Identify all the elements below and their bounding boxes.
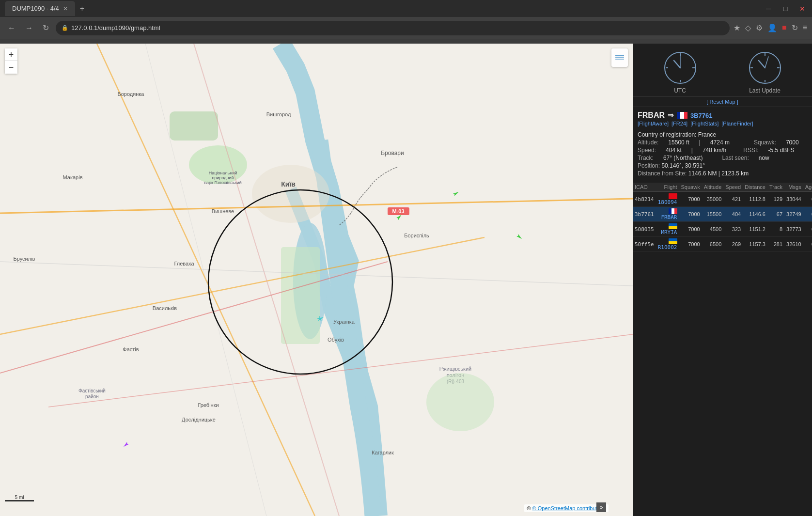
col-track: Track	[767, 183, 784, 192]
cell-flag-flight: FRBAR	[656, 207, 679, 222]
reload-button[interactable]: ↻	[40, 21, 52, 34]
lastupdate-clock-face	[748, 51, 782, 85]
maximize-button[interactable]: □	[781, 5, 790, 13]
lastupdate-clock: Last Update	[748, 51, 782, 94]
aircraft-external-links: [FlightAware] [FR24] [FlightStats] [Plan…	[638, 121, 807, 126]
cell-squawk: 7000	[679, 237, 702, 252]
cell-track: 67	[767, 207, 784, 222]
col-msgs: Msgs	[784, 183, 803, 192]
speed-kt: 404 kt	[666, 147, 682, 154]
new-tab-button[interactable]: +	[80, 4, 84, 13]
cell-squawk: 7000	[679, 207, 702, 222]
col-distance: Distance	[743, 183, 767, 192]
aircraft-icao-link[interactable]: 3B7761	[690, 112, 713, 119]
svg-line-56	[674, 61, 680, 68]
zoom-controls: + −	[5, 48, 17, 74]
table-row[interactable]: 508035 MRYIA 7000 4500 323 1151.2 8 3277…	[633, 222, 812, 237]
minimize-button[interactable]: ─	[764, 5, 773, 13]
cell-speed: 404	[723, 207, 743, 222]
svg-text:Васильків: Васильків	[153, 305, 177, 311]
back-button[interactable]: ←	[5, 22, 18, 34]
distance-value: 1146.6 NM | 2123.5 km	[688, 170, 749, 177]
aircraft-table: ICAO Flight Squawk Altitude Speed Distan…	[633, 183, 812, 252]
planefinder-link[interactable]: [PlaneFinder]	[721, 121, 753, 126]
url-text: 127.0.0.1/dump1090/gmap.html	[71, 24, 160, 31]
distance-label: Distance from Site:	[638, 170, 687, 177]
svg-marker-47	[516, 234, 523, 240]
aircraft-callsign: FRBAR	[638, 111, 665, 120]
content-area: M-03 Київ Бровари Бородянка Вишгород Виш…	[0, 44, 812, 516]
cell-speed: 323	[723, 222, 743, 237]
scale-bar: 5 mi	[5, 495, 34, 501]
aircraft-icon-green-3[interactable]	[514, 232, 524, 243]
tab-close-button[interactable]: ✕	[63, 5, 68, 12]
cell-icao: 3b7761	[633, 207, 656, 222]
active-tab[interactable]: DUMP1090 - 4/4 ✕	[5, 1, 75, 16]
bookmark-star-icon[interactable]: ★	[734, 23, 740, 32]
menu-icon[interactable]: ≡	[803, 23, 807, 32]
rssi-value: -5.5 dBFS	[768, 147, 795, 154]
aircraft-icon-purple[interactable]	[122, 439, 131, 451]
utc-clock: UTC	[663, 51, 697, 94]
nav-bar: ← → ↻ 🔒 127.0.0.1/dump1090/gmap.html ★ ◇…	[0, 17, 812, 39]
extension-icon[interactable]: ⚙	[756, 23, 763, 32]
browser-chrome: DUMP1090 - 4/4 ✕ + ─ □ ✕ ← → ↻ 🔒 127.0.0…	[0, 0, 812, 44]
zoom-out-button[interactable]: −	[5, 61, 17, 74]
zoom-in-button[interactable]: +	[5, 48, 17, 61]
flightaware-link[interactable]: [FlightAware]	[638, 121, 669, 126]
lastseen-value: now	[759, 155, 769, 161]
svg-marker-43	[396, 214, 403, 220]
svg-rect-3	[170, 111, 218, 141]
cell-icao: 508035	[633, 222, 656, 237]
sync-icon[interactable]: ↻	[792, 23, 798, 32]
reset-map-link[interactable]: [ Reset Map ]	[706, 99, 738, 105]
map-area[interactable]: M-03 Київ Бровари Бородянка Вишгород Виш…	[0, 44, 633, 516]
aircraft-icon-green-2[interactable]	[451, 189, 460, 201]
altitude-row: Altitude: 15500 ft | 4724 m Squawk: 7000	[638, 139, 807, 146]
svg-text:Брусилів: Брусилів	[14, 256, 35, 262]
fr24-link[interactable]: [FR24]	[671, 121, 687, 126]
flightstats-link[interactable]: [FlightStats]	[690, 121, 718, 126]
track-row: Track: 67° (Northeast) Last seen: now	[638, 155, 807, 161]
table-row[interactable]: 3b7761 FRBAR 7000 15500 404 1146.6 67 32…	[633, 207, 812, 222]
table-row[interactable]: 4b8214 180094 7000 35000 421 1112.8 129 …	[633, 192, 812, 207]
more-info-button[interactable]: »	[596, 502, 606, 512]
svg-text:Національний: Національний	[209, 171, 237, 175]
openstreetmap-link[interactable]: © OpenStreetMap contributors.	[532, 505, 606, 511]
squawk-label: Squawk:	[754, 139, 776, 146]
col-speed: Speed	[723, 183, 743, 192]
svg-text:Ржищівський: Ржищівський	[439, 366, 471, 372]
speed-row: Speed: 404 kt | 748 km/h RSSI: -5.5 dBFS	[638, 147, 807, 154]
svg-point-5	[252, 165, 329, 223]
cell-distance: 1112.8	[743, 192, 767, 207]
col-flight: Flight	[656, 183, 679, 192]
close-button[interactable]: ✕	[797, 5, 807, 13]
altitude-label: Altitude:	[638, 139, 658, 146]
svg-marker-44	[453, 190, 459, 196]
svg-text:Київ: Київ	[281, 180, 296, 188]
aircraft-icon-selected[interactable]	[314, 313, 325, 326]
svg-text:парк Голосіївський: парк Голосіївський	[204, 180, 242, 185]
cell-distance: 1157.3	[743, 237, 767, 252]
cell-age: 0	[803, 207, 812, 222]
col-squawk: Squawk	[679, 183, 702, 192]
scale-label: 5 mi	[5, 495, 34, 500]
position-label: Position:	[638, 162, 660, 169]
cell-altitude: 35000	[702, 192, 724, 207]
shield-icon[interactable]: ◇	[745, 23, 751, 32]
cell-altitude: 15500	[702, 207, 724, 222]
squawk-value: 7000	[786, 139, 799, 146]
lastupdate-label: Last Update	[749, 87, 781, 94]
forward-button[interactable]: →	[22, 22, 36, 34]
svg-line-63	[759, 61, 765, 68]
country-row: Country of registration: France	[638, 131, 807, 138]
address-bar[interactable]: 🔒 127.0.0.1/dump1090/gmap.html	[56, 21, 730, 35]
speed-label: Speed:	[638, 147, 656, 154]
layers-button[interactable]	[611, 48, 628, 67]
cell-msgs: 33044	[784, 192, 803, 207]
table-row[interactable]: 50ff5e R10002 7000 6500 269 1157.3 281 3…	[633, 237, 812, 252]
col-icao: ICAO	[633, 183, 656, 192]
addon-icon[interactable]: ■	[782, 23, 787, 32]
profile-icon[interactable]: 👤	[767, 23, 777, 32]
aircraft-icon-green-1[interactable]	[394, 213, 404, 224]
